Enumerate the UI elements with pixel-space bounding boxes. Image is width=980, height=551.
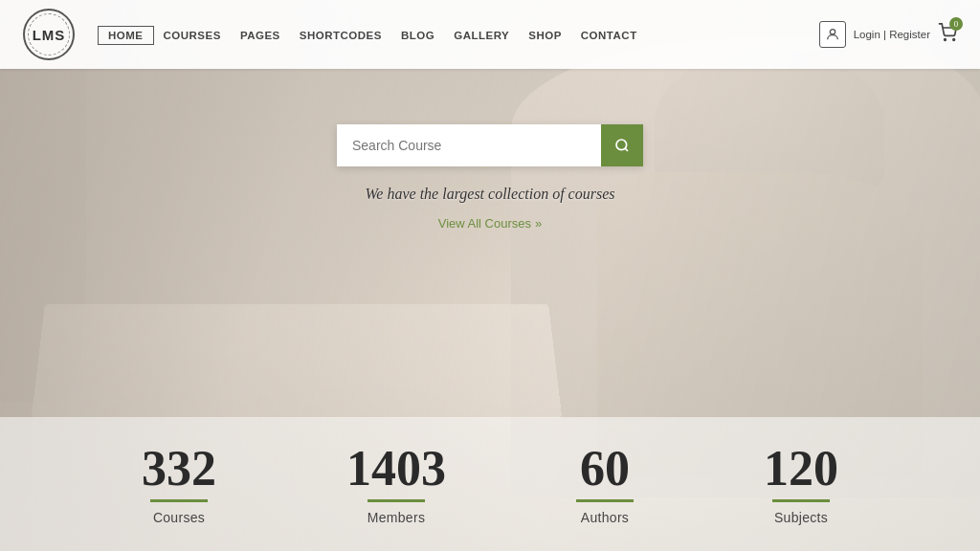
nav-item-home[interactable]: HOME	[98, 26, 154, 43]
search-bar	[337, 124, 643, 166]
stat-authors-label: Authors	[576, 510, 634, 525]
svg-point-1	[945, 39, 947, 41]
view-all-courses-link[interactable]: View All Courses	[438, 216, 543, 231]
logo[interactable]: LMS	[23, 9, 75, 60]
nav-link-pages[interactable]: PAGES	[231, 26, 290, 45]
nav-item-contact[interactable]: CONTACT	[571, 26, 647, 43]
svg-line-4	[625, 148, 628, 151]
nav-item-shortcodes[interactable]: SHORTCODES	[290, 26, 391, 43]
nav-link-courses[interactable]: COURSES	[154, 26, 231, 45]
hero-section: LMS HOME COURSES PAGES SHORTCODES BLOG G…	[0, 0, 980, 551]
user-icon-button[interactable]	[819, 21, 846, 48]
stat-subjects-label: Subjects	[764, 510, 838, 525]
register-link[interactable]: Register	[889, 29, 930, 40]
stat-authors: 60 Authors	[576, 444, 634, 525]
hero-content: We have the largest collection of course…	[299, 124, 681, 231]
stat-members-number: 1403	[346, 444, 446, 494]
stat-subjects-number: 120	[764, 444, 838, 494]
svg-point-0	[830, 30, 835, 34]
stat-members-label: Members	[346, 510, 446, 525]
nav-link-gallery[interactable]: GALLERY	[444, 26, 519, 45]
nav-link-shortcodes[interactable]: SHORTCODES	[290, 26, 391, 45]
nav-item-shop[interactable]: SHOP	[519, 26, 571, 43]
search-icon	[614, 138, 630, 153]
logo-circle: LMS	[23, 9, 75, 60]
stat-authors-number: 60	[576, 444, 634, 494]
user-icon	[825, 27, 840, 42]
nav-item-blog[interactable]: BLOG	[391, 26, 444, 43]
stat-courses-number: 332	[142, 444, 216, 494]
navbar: LMS HOME COURSES PAGES SHORTCODES BLOG G…	[0, 0, 980, 69]
nav-links: HOME COURSES PAGES SHORTCODES BLOG GALLE…	[98, 26, 819, 43]
svg-point-2	[953, 39, 955, 41]
nav-link-home[interactable]: HOME	[98, 26, 154, 45]
nav-right: Login | Register 0	[819, 21, 957, 48]
hero-tagline: We have the largest collection of course…	[299, 186, 681, 203]
nav-item-pages[interactable]: PAGES	[231, 26, 290, 43]
stat-subjects-divider	[772, 499, 830, 502]
stat-courses: 332 Courses	[142, 444, 216, 525]
stat-courses-divider	[150, 499, 208, 502]
stats-bar: 332 Courses 1403 Members 60 Authors 120 …	[0, 417, 980, 551]
nav-link-shop[interactable]: SHOP	[519, 26, 571, 45]
stat-members: 1403 Members	[346, 444, 446, 525]
nav-link-blog[interactable]: BLOG	[391, 26, 444, 45]
cart-badge: 0	[949, 17, 963, 31]
logo-text: LMS	[33, 27, 66, 43]
search-button[interactable]	[601, 124, 643, 166]
svg-point-3	[616, 140, 627, 150]
nav-link-contact[interactable]: CONTACT	[571, 26, 647, 45]
cart-button[interactable]: 0	[938, 23, 957, 46]
login-register-text: Login | Register	[854, 29, 930, 40]
nav-item-gallery[interactable]: GALLERY	[444, 26, 519, 43]
stat-courses-label: Courses	[142, 510, 216, 525]
stat-authors-divider	[576, 499, 634, 502]
search-input[interactable]	[337, 124, 601, 166]
nav-item-courses[interactable]: COURSES	[154, 26, 231, 43]
stat-subjects: 120 Subjects	[764, 444, 838, 525]
stat-members-divider	[368, 499, 425, 502]
login-link[interactable]: Login	[854, 29, 880, 40]
